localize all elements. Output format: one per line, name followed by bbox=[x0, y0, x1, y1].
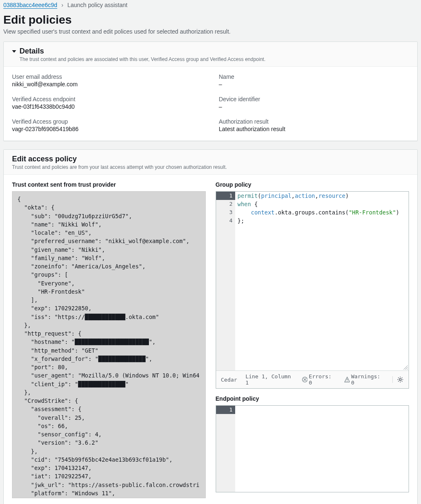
editor-settings-button[interactable] bbox=[392, 376, 404, 383]
field-group: Verified Access group vagr-0237bf6908541… bbox=[12, 118, 202, 132]
group-policy-code[interactable]: permit(principal,action,resource)when { … bbox=[235, 192, 402, 370]
label-email: User email address bbox=[12, 73, 202, 80]
label-auth: Authorization result bbox=[219, 118, 409, 125]
endpoint-policy-label: Endpoint policy bbox=[216, 395, 409, 402]
gear-icon bbox=[397, 376, 404, 383]
edit-policy-header: Edit access policy Trust context and pol… bbox=[4, 150, 417, 175]
caret-down-icon bbox=[12, 50, 16, 53]
edit-policy-panel: Edit access policy Trust context and pol… bbox=[3, 149, 418, 504]
editor-status-bar: Cedar Line 1, Column 1 Errors: 0 Warning… bbox=[216, 370, 409, 388]
trust-context-label: Trust context sent from trust provider bbox=[12, 181, 206, 188]
page-title: Edit policies bbox=[3, 13, 418, 27]
breadcrumb: 03883bacc4eee6c9d › Launch policy assist… bbox=[3, 0, 418, 13]
field-email: User email address nikki_wolf@example.co… bbox=[12, 73, 202, 88]
field-device: Device identifier – bbox=[219, 96, 409, 110]
label-device: Device identifier bbox=[219, 96, 409, 102]
field-auth: Authorization result Latest authorizatio… bbox=[219, 118, 409, 132]
group-policy-gutter: 1234 bbox=[216, 192, 235, 370]
trust-context-box[interactable]: { "okta": { "sub": "00udzg71u6pzziUrG5d7… bbox=[12, 191, 206, 498]
label-name: Name bbox=[219, 73, 409, 80]
value-auth: Latest authorization result bbox=[219, 126, 409, 132]
trust-context-column: Trust context sent from trust provider {… bbox=[12, 181, 206, 499]
endpoint-policy-gutter: 1 bbox=[216, 406, 235, 492]
details-panel: Details The trust context and policies a… bbox=[3, 41, 418, 141]
warning-icon bbox=[344, 377, 350, 382]
value-name: – bbox=[219, 81, 409, 88]
group-policy-label: Group policy bbox=[216, 181, 409, 188]
details-title: Details bbox=[19, 47, 44, 56]
policy-editors-column: Group policy 1234 permit(principal,actio… bbox=[216, 181, 409, 499]
breadcrumb-parent-link[interactable]: 03883bacc4eee6c9d bbox=[3, 2, 57, 9]
resize-handle-icon[interactable] bbox=[403, 366, 409, 370]
value-device: – bbox=[219, 103, 409, 110]
value-endpoint: vae-03f1f64338b0c94d0 bbox=[12, 103, 202, 110]
status-warnings: Warnings: 0 bbox=[344, 373, 384, 386]
field-endpoint: Verified Access endpoint vae-03f1f64338b… bbox=[12, 96, 202, 110]
error-icon bbox=[302, 377, 307, 382]
status-errors: Errors: 0 bbox=[302, 373, 336, 386]
field-name: Name – bbox=[219, 73, 409, 88]
group-policy-editor[interactable]: 1234 permit(principal,action,resource)wh… bbox=[216, 191, 409, 389]
svg-point-2 bbox=[347, 381, 348, 382]
value-email: nikki_wolf@example.com bbox=[12, 81, 202, 88]
label-group: Verified Access group bbox=[12, 118, 202, 125]
endpoint-policy-code[interactable] bbox=[235, 406, 240, 492]
edit-policy-title: Edit access policy bbox=[12, 155, 77, 163]
details-header[interactable]: Details The trust context and policies a… bbox=[4, 42, 417, 67]
breadcrumb-current: Launch policy assistant bbox=[67, 2, 127, 8]
svg-point-3 bbox=[399, 379, 402, 381]
page-subtitle: View specified user's trust context and … bbox=[3, 28, 418, 35]
label-endpoint: Verified Access endpoint bbox=[12, 96, 202, 102]
edit-policy-subtitle: Trust context and policies are from your… bbox=[12, 164, 409, 170]
endpoint-policy-editor[interactable]: 1 bbox=[216, 405, 409, 492]
status-language: Cedar bbox=[221, 377, 237, 383]
chevron-right-icon: › bbox=[61, 2, 63, 8]
status-cursor: Line 1, Column 1 bbox=[246, 373, 294, 386]
value-group: vagr-0237bf69085419b86 bbox=[12, 126, 202, 132]
details-subtitle: The trust context and policies are assoc… bbox=[12, 56, 409, 62]
